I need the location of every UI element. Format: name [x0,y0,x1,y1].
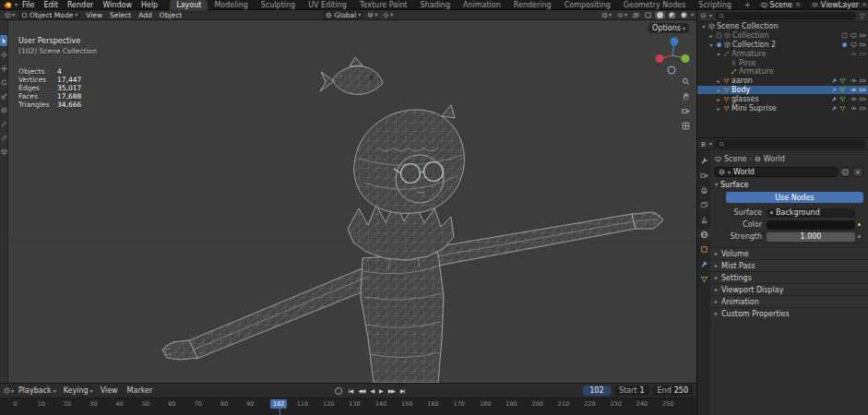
viewlayer-unlink-icon[interactable]: × [862,2,867,8]
pan-hand-icon[interactable] [682,92,690,101]
frame-start-field[interactable]: Start 1 [614,385,649,396]
blender-logo-icon[interactable] [4,1,12,9]
gizmo-y-axis[interactable] [682,54,690,63]
exclude-checkbox-icon[interactable] [841,42,848,48]
properties-collapsed-panel[interactable]: ▸ Viewport Display [710,283,868,295]
properties-search-input[interactable] [715,140,865,148]
viewport-menu-item[interactable]: Object [156,10,185,20]
outliner-row-aaron[interactable]: ▸ aaron [697,77,868,86]
outliner-row-pose[interactable]: Pose [697,58,868,67]
fake-user-shield-button[interactable] [839,167,850,177]
exclude-checkbox-icon[interactable] [841,32,848,39]
timeline-ruler[interactable]: 0102030405060708090110120130140150160170… [0,397,696,415]
workspace-tab[interactable]: Compositing [558,0,617,10]
workspace-tab[interactable]: Layout [170,0,208,10]
surface-shader-dropdown[interactable]: Background [767,208,855,218]
workspace-tab[interactable]: Modeling [208,0,254,10]
hide-eye-icon[interactable] [850,96,857,102]
gizmo-minus-z-axis[interactable] [668,66,675,74]
hide-eye-icon[interactable] [850,87,857,93]
tool-scale[interactable] [0,90,7,101]
workspace-tab[interactable]: Animation [457,0,507,10]
filter-funnel-icon[interactable] [859,13,865,19]
tab-render[interactable] [697,170,710,181]
workspace-tab[interactable]: Sculpting [255,0,302,10]
properties-editor-icon[interactable] [700,141,707,148]
tab-object[interactable] [697,243,710,255]
workspace-tab[interactable]: Scripting [692,0,738,10]
gizmo-x-axis[interactable] [656,54,664,63]
outliner-row-collection-2[interactable]: ▾ Collection 2 [697,41,868,50]
viewlayer-selector[interactable]: ViewLayer × [808,1,868,9]
timeline-editor-clock-icon[interactable] [4,387,10,394]
disable-render-camera-icon[interactable] [860,105,866,112]
timeline-menu-item[interactable]: Marker [124,386,159,395]
orientation-dropdown[interactable]: Global ▾ [323,11,363,19]
workspace-tab[interactable]: Rendering [507,0,558,10]
tool-measure[interactable] [0,132,7,143]
outliner-editor-icon[interactable] [700,13,707,19]
expand-arrow-icon[interactable]: ▾ [701,23,707,30]
workspace-tab[interactable]: Geometry Nodes [617,0,692,10]
expand-arrow-icon[interactable]: ▸ [716,105,721,112]
auto-keying-toggle[interactable] [335,387,342,395]
scene-selector[interactable]: Scene × [757,1,804,9]
shading-rendered-button[interactable] [679,11,689,19]
timeline-menu-item[interactable]: Playback ▾ [15,386,60,395]
transport-button[interactable]: ◀ [368,386,375,395]
animate-decorator-icon[interactable] [858,235,861,238]
current-frame-marker[interactable]: 102 [270,399,287,409]
workspace-tab[interactable]: Shading [414,0,458,10]
timeline-editor-caret-icon[interactable]: ▾ [11,388,14,394]
editor-type-button[interactable]: ▾ [3,12,17,18]
properties-collapsed-panel[interactable]: ▸ Animation [710,295,868,307]
wireframe-character-model[interactable] [8,20,696,383]
outliner-row-mini-suprise[interactable]: ▸ Mini Suprise [697,103,868,113]
hide-eye-icon[interactable] [850,105,857,112]
tool-select-box[interactable] [0,35,7,46]
mode-dropdown[interactable]: Object Mode ▾ [18,11,80,19]
transport-button[interactable]: |◀ [347,386,355,395]
hide-viewport-monitor-icon[interactable] [850,42,857,48]
use-nodes-button[interactable]: Use Nodes [726,192,863,203]
menu-item[interactable]: Help [137,0,162,10]
outliner-row-armature[interactable]: ▾ Armature [697,49,868,58]
hide-viewport-monitor-icon[interactable] [850,32,857,39]
viewport-menu-item[interactable]: Select [106,10,135,20]
viewport-menu-item[interactable]: View [82,10,106,20]
tab-modifiers[interactable] [697,258,710,269]
expand-arrow-icon[interactable]: ▸ [708,32,714,39]
disable-render-camera-icon[interactable] [860,96,866,102]
tool-transform[interactable] [0,104,7,115]
world-datablock-selector[interactable]: ▾ World [715,167,838,177]
surface-panel-header[interactable]: ▾ Surface [715,179,863,190]
scene-unlink-icon[interactable]: × [795,2,801,8]
shading-material-button[interactable] [667,11,677,19]
expand-arrow-icon[interactable]: ▾ [716,51,721,57]
transport-button[interactable]: ▶| [398,386,407,395]
timeline-menu-item[interactable]: Keying ▾ [60,386,97,395]
expand-arrow-icon[interactable]: ▾ [708,42,714,48]
proportional-edit-toggle[interactable]: ▾ [381,12,395,18]
options-button[interactable]: Options ▾ [648,23,689,33]
snap-toggle[interactable]: ▾ [365,12,379,18]
tab-output[interactable] [697,184,710,196]
disable-render-camera-icon[interactable] [860,87,866,93]
ortho-grid-icon[interactable] [682,122,690,130]
outliner-row-scene-collection[interactable]: ▾ Scene Collection [697,22,868,31]
tab-object-data[interactable] [697,273,710,284]
workspace-tab[interactable]: Texture Paint [353,0,414,10]
disable-render-camera-icon[interactable] [860,51,866,57]
menu-item[interactable]: File [18,0,39,10]
frame-end-field[interactable]: End 250 [653,385,693,396]
tab-view-layer[interactable] [697,199,710,210]
shading-wireframe-button[interactable] [643,11,653,19]
zoom-icon[interactable] [682,77,690,86]
menu-item[interactable]: Edit [39,0,63,10]
hide-eye-icon[interactable] [850,51,857,57]
tab-scene[interactable] [697,214,710,225]
breadcrumb-world[interactable]: World [764,155,785,163]
shading-solid-button[interactable] [655,11,665,19]
breadcrumb-scene[interactable]: Scene [724,155,746,163]
transport-button[interactable]: ◀◀ [356,386,366,395]
